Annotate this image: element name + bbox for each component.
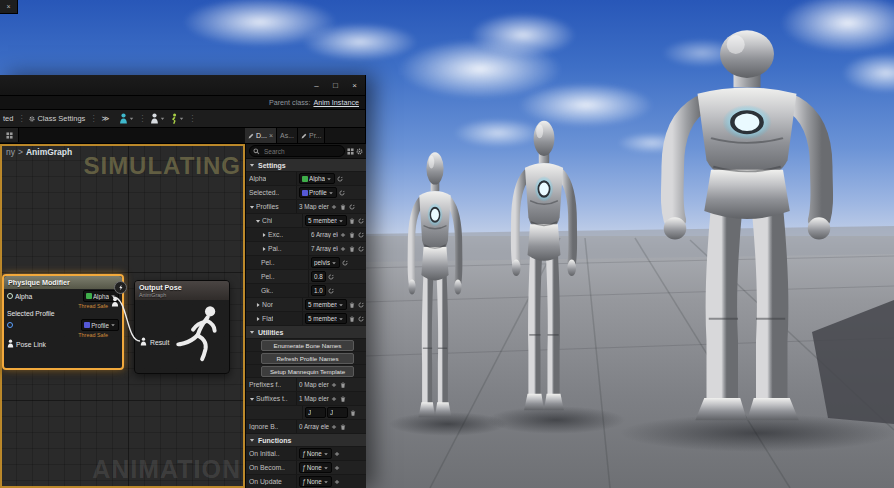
expander-icon[interactable]: [261, 232, 267, 238]
parent-class-link[interactable]: Anim Instance: [313, 98, 359, 107]
reset-to-default-icon[interactable]: [336, 175, 344, 183]
add-element-icon[interactable]: [333, 464, 341, 472]
section-header-functions[interactable]: Functions: [246, 434, 366, 447]
toolbar-partial-button[interactable]: ted: [3, 114, 13, 123]
mannequin-large[interactable]: [612, 24, 882, 436]
display-options-icon[interactable]: [347, 148, 354, 155]
tab-preview[interactable]: Pr...: [298, 128, 325, 143]
function-picker[interactable]: ƒNone: [299, 462, 332, 473]
reset-to-default-icon[interactable]: [357, 217, 365, 225]
add-element-icon[interactable]: [339, 231, 347, 239]
expander-icon[interactable]: [249, 396, 255, 402]
refresh-profile-names-button[interactable]: Refresh Profile Names: [261, 353, 354, 364]
delete-icon[interactable]: [348, 217, 356, 225]
maximize-button[interactable]: □: [327, 78, 344, 92]
menu-dots-icon[interactable]: ⋮: [89, 115, 97, 123]
expander-icon[interactable]: [261, 246, 267, 252]
physique-modifier-node[interactable]: Physique Modifier Alpha Alpha Thread Saf…: [2, 274, 124, 370]
alpha-input-pin[interactable]: [7, 293, 13, 299]
menu-dots-icon[interactable]: ⋮: [138, 115, 146, 123]
tab-asset[interactable]: As...: [277, 128, 298, 143]
value-combo[interactable]: Profile: [299, 187, 337, 198]
delete-icon[interactable]: [348, 245, 356, 253]
expander-icon[interactable]: [255, 302, 261, 308]
add-element-icon[interactable]: [330, 423, 338, 431]
skeleton-button[interactable]: [150, 113, 165, 124]
value-combo[interactable]: 5 members: [305, 313, 347, 324]
value-combo[interactable]: Alpha: [299, 173, 335, 184]
menu-dots-icon[interactable]: ⋮: [17, 115, 25, 123]
breadcrumb-prefix[interactable]: ny: [6, 147, 15, 157]
reset-to-default-icon[interactable]: [357, 231, 365, 239]
pair-field[interactable]: J: [327, 407, 348, 418]
delete-icon[interactable]: [348, 301, 356, 309]
title-bar[interactable]: – □ ×: [0, 75, 365, 96]
expander-icon[interactable]: [249, 329, 255, 335]
section-header-settings[interactable]: Settings: [246, 159, 366, 172]
close-icon[interactable]: ×: [6, 3, 10, 10]
document-tab[interactable]: [0, 128, 19, 142]
setup-mannequin-template-button[interactable]: Setup Mannequin Template: [261, 366, 354, 377]
delete-icon[interactable]: [348, 231, 356, 239]
animation-mode-button[interactable]: [169, 113, 184, 124]
reset-to-default-icon[interactable]: [357, 315, 365, 323]
reset-to-default-icon[interactable]: [357, 301, 365, 309]
profile-input-pin[interactable]: [7, 322, 13, 328]
expander-icon[interactable]: [249, 162, 255, 168]
pair-field[interactable]: J: [305, 407, 326, 418]
value-combo[interactable]: 5 members: [305, 299, 347, 310]
reset-to-default-icon[interactable]: [341, 259, 349, 267]
close-icon[interactable]: ×: [269, 132, 273, 139]
expander-icon[interactable]: [249, 204, 255, 210]
delete-icon[interactable]: [339, 395, 347, 403]
delete-icon[interactable]: [339, 423, 347, 431]
pose-output-pin-icon[interactable]: [111, 293, 119, 311]
class-settings-button[interactable]: Class Settings: [29, 114, 85, 123]
toolbar-overflow-button[interactable]: ≫: [101, 114, 109, 123]
reset-to-default-icon[interactable]: [357, 245, 365, 253]
pose-pin-icon[interactable]: [7, 339, 14, 349]
enumerate-bone-names-button[interactable]: Enumerate Bone Names: [261, 340, 354, 351]
breadcrumb-current[interactable]: AnimGraph: [26, 147, 72, 157]
expander-icon[interactable]: [249, 437, 255, 443]
mannequin-small[interactable]: [392, 148, 478, 428]
function-picker[interactable]: ƒNone: [299, 476, 332, 487]
expander-icon[interactable]: [255, 316, 261, 322]
add-element-icon[interactable]: [330, 203, 338, 211]
delete-icon[interactable]: [349, 409, 357, 417]
settings-gear-icon[interactable]: [356, 148, 363, 155]
add-element-icon[interactable]: [333, 478, 341, 486]
section-header-utilities[interactable]: Utilities: [246, 326, 366, 339]
search-field[interactable]: [249, 145, 345, 157]
value-text[interactable]: 1.0: [311, 285, 326, 296]
tab-details[interactable]: D... ×: [245, 128, 277, 143]
menu-dots-icon[interactable]: ⋮: [188, 115, 196, 123]
add-element-icon[interactable]: [339, 245, 347, 253]
anim-graph-canvas[interactable]: ny > AnimGraph SIMULATING ANIMATION Phys…: [0, 144, 245, 488]
add-element-icon[interactable]: [333, 450, 341, 458]
function-picker[interactable]: ƒNone: [299, 448, 332, 459]
mannequin-medium[interactable]: [492, 116, 596, 422]
breadcrumb[interactable]: ny > AnimGraph: [6, 147, 72, 157]
add-element-icon[interactable]: [330, 381, 338, 389]
reset-to-default-icon[interactable]: [327, 273, 335, 281]
value-combo[interactable]: pelvis: [311, 257, 340, 268]
profile-dropdown[interactable]: Profile: [81, 319, 119, 331]
close-button[interactable]: ×: [346, 78, 363, 92]
value-text[interactable]: 0.8: [311, 271, 326, 282]
delete-icon[interactable]: [348, 315, 356, 323]
search-input[interactable]: [262, 147, 341, 156]
delete-icon[interactable]: [339, 381, 347, 389]
delete-icon[interactable]: [339, 203, 347, 211]
reset-to-default-icon[interactable]: [327, 287, 335, 295]
minimize-button[interactable]: –: [308, 78, 325, 92]
value-combo[interactable]: 5 members: [305, 215, 347, 226]
expander-icon[interactable]: [255, 218, 261, 224]
reset-to-default-icon[interactable]: [348, 203, 356, 211]
add-element-icon[interactable]: [330, 395, 338, 403]
reset-to-default-icon[interactable]: [338, 189, 346, 197]
result-pin-icon[interactable]: [140, 337, 147, 347]
output-pose-node[interactable]: Output Pose AnimGraph Result: [134, 280, 230, 374]
corner-tab[interactable]: ×: [0, 0, 18, 14]
preview-mesh-button[interactable]: [119, 113, 134, 124]
